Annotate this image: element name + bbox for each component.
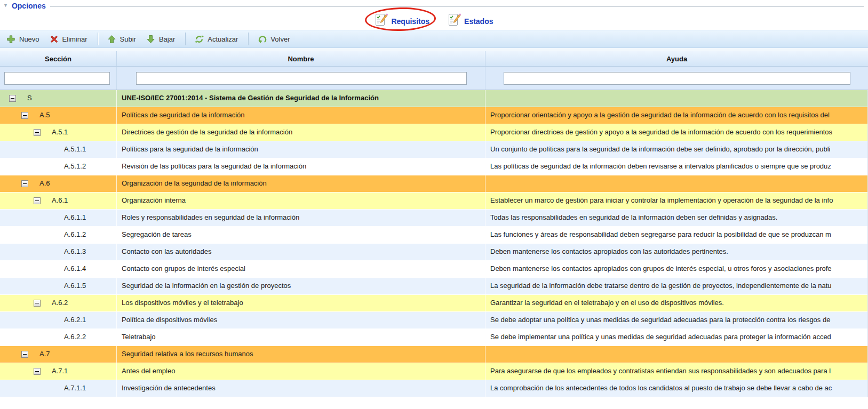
panel-legend: ▼ Opciones: [0, 0, 868, 10]
seccion-cell: A.6.1.3: [0, 244, 117, 260]
table-row[interactable]: A.6.1.4Contacto con grupos de interés es…: [0, 261, 867, 278]
column-header-nombre[interactable]: Nombre: [117, 51, 485, 66]
toolbar-button-label: Eliminar: [62, 35, 87, 43]
table-row[interactable]: SUNE-ISO/IEC 27001:2014 - Sistema de Ges…: [0, 90, 867, 107]
table-row[interactable]: A.6Organización de la seguridad de la in…: [0, 175, 867, 193]
toolbar-button-volver[interactable]: Volver: [253, 33, 296, 46]
toolbar-button-actualizar[interactable]: Actualizar: [190, 33, 244, 46]
seccion-cell: A.6.1.5: [0, 278, 117, 294]
collapse-minus-icon[interactable]: [21, 112, 28, 119]
ayuda-cell: Proporcionar directrices de gestión y ap…: [485, 124, 867, 141]
toolbar-button-label: Subir: [120, 35, 136, 43]
table-row[interactable]: A.6.1Organización internaEstablecer un m…: [0, 193, 867, 210]
collapse-triangle-icon[interactable]: ▼: [3, 3, 8, 8]
edit-list-icon: [375, 13, 388, 27]
ayuda-cell: Las políticas de seguridad de la informa…: [485, 158, 867, 175]
nombre-cell: Directrices de gestión de la seguridad d…: [117, 124, 485, 141]
toolbar-button-subir[interactable]: Subir: [103, 33, 142, 46]
edit-list-icon: [448, 13, 461, 27]
table-row[interactable]: A.7Seguridad relativa a los recursos hum…: [0, 346, 867, 363]
grid-filter-row: [0, 67, 868, 90]
links-bar: Requisitos Estados: [0, 10, 868, 30]
plus-icon: [6, 35, 15, 44]
toolbar-separator: [98, 33, 99, 45]
nombre-cell: Segregación de tareas: [117, 227, 485, 243]
seccion-label: A.7.1.1: [0, 380, 86, 396]
nombre-cell: Organización de la seguridad de la infor…: [117, 175, 485, 192]
table-row[interactable]: A.7.1Antes del empleoPara asegurarse de …: [0, 363, 867, 380]
collapse-minus-icon[interactable]: [21, 351, 28, 358]
nombre-cell: Investigación de antecedentes: [117, 380, 485, 397]
nombre-cell: Revisión de las políticas para la seguri…: [117, 158, 485, 175]
seccion-label: A.5.1.1: [0, 141, 86, 157]
toolbar-button-nuevo[interactable]: Nuevo: [2, 33, 45, 46]
table-row[interactable]: A.5.1Directrices de gestión de la seguri…: [0, 124, 867, 141]
nombre-cell: Política de dispositivos móviles: [117, 312, 485, 328]
table-row[interactable]: A.6.1.1Roles y responsabilidades en segu…: [0, 210, 867, 227]
collapse-minus-icon[interactable]: [34, 197, 41, 204]
toolbar-button-label: Nuevo: [19, 35, 39, 43]
seccion-cell: A.5.1.1: [0, 141, 117, 158]
ayuda-cell: Garantizar la seguridad en el teletrabaj…: [485, 295, 867, 311]
seccion-label: A.5.1.2: [0, 158, 86, 174]
table-row[interactable]: A.6.1.3Contacto con las autoridadesDeben…: [0, 244, 867, 261]
toolbar: NuevoEliminarSubirBajarActualizarVolver: [0, 30, 868, 48]
nombre-cell: Políticas de seguridad de la información: [117, 107, 485, 124]
ayuda-filter-input[interactable]: [504, 72, 850, 85]
column-header-ayuda[interactable]: Ayuda: [485, 51, 868, 66]
ayuda-cell: La seguridad de la información debe trat…: [485, 278, 867, 294]
refresh-icon: [195, 35, 204, 44]
seccion-cell: A.6.1: [0, 193, 117, 209]
ayuda-cell: Deben mantenerse los contactos apropiado…: [485, 261, 867, 277]
collapse-minus-icon[interactable]: [34, 129, 41, 136]
seccion-cell: A.7.1.1: [0, 380, 117, 397]
back-arrow-icon: [258, 35, 267, 44]
collapse-minus-icon[interactable]: [9, 95, 16, 102]
delete-x-icon: [50, 35, 59, 44]
nombre-cell: Contacto con las autoridades: [117, 244, 485, 260]
estados-button[interactable]: Estados: [445, 12, 495, 27]
table-row[interactable]: A.6.1.2Segregación de tareasLas funcione…: [0, 227, 867, 244]
seccion-filter-input[interactable]: [4, 72, 110, 85]
seccion-label: A.6.2.2: [0, 329, 86, 345]
options-panel: ▼ Opciones Requisitos: [0, 0, 868, 409]
ayuda-cell: Se debe implementar una política y unas …: [485, 329, 867, 346]
legend-divider: [50, 6, 864, 7]
toolbar-button-label: Actualizar: [208, 35, 238, 43]
seccion-cell: S: [0, 90, 117, 107]
seccion-label: A.6.1.1: [0, 210, 86, 226]
toolbar-button-eliminar[interactable]: Eliminar: [45, 33, 93, 46]
collapse-minus-icon[interactable]: [34, 300, 41, 307]
nombre-cell: Teletrabajo: [117, 329, 485, 346]
collapse-minus-icon[interactable]: [21, 180, 28, 187]
ayuda-cell: [485, 346, 867, 363]
table-row[interactable]: A.6.2Los dispositivos móviles y el telet…: [0, 295, 867, 312]
table-row[interactable]: A.7.1.1Investigación de antecedentesLa c…: [0, 380, 867, 397]
toolbar-separator: [185, 33, 186, 45]
ayuda-cell: [485, 90, 867, 107]
requisitos-label: Requisitos: [391, 17, 429, 26]
table-row[interactable]: A.5Políticas de seguridad de la informac…: [0, 107, 867, 124]
ayuda-cell: Para asegurarse de que los empleados y c…: [485, 363, 867, 380]
column-header-seccion[interactable]: Sección: [0, 51, 117, 66]
ayuda-cell: Deben mantenerse los contactos apropiado…: [485, 244, 867, 260]
filter-cell-ayuda: [485, 67, 868, 90]
nombre-cell: Seguridad de la información en la gestió…: [117, 278, 485, 294]
ayuda-cell: Un conjunto de políticas para la segurid…: [485, 141, 867, 158]
table-row[interactable]: A.6.1.5Seguridad de la información en la…: [0, 278, 867, 295]
nombre-cell: Organización interna: [117, 193, 485, 209]
table-row[interactable]: A.6.2.1Política de dispositivos móvilesS…: [0, 312, 867, 329]
nombre-cell: Contacto con grupos de interés especial: [117, 261, 485, 277]
arrow-down-icon: [146, 35, 155, 44]
table-row[interactable]: A.5.1.1Políticas para la seguridad de la…: [0, 141, 867, 158]
seccion-cell: A.7.1: [0, 363, 117, 380]
nombre-cell: UNE-ISO/IEC 27001:2014 - Sistema de Gest…: [117, 90, 485, 107]
toolbar-button-bajar[interactable]: Bajar: [142, 33, 181, 46]
nombre-filter-input[interactable]: [136, 72, 467, 85]
collapse-minus-icon[interactable]: [34, 368, 41, 375]
requisitos-button[interactable]: Requisitos: [372, 12, 432, 27]
nombre-cell: Los dispositivos móviles y el teletrabaj…: [117, 295, 485, 311]
table-row[interactable]: A.5.1.2Revisión de las políticas para la…: [0, 158, 867, 175]
table-row[interactable]: A.6.2.2TeletrabajoSe debe implementar un…: [0, 329, 867, 346]
nombre-cell: Antes del empleo: [117, 363, 485, 380]
